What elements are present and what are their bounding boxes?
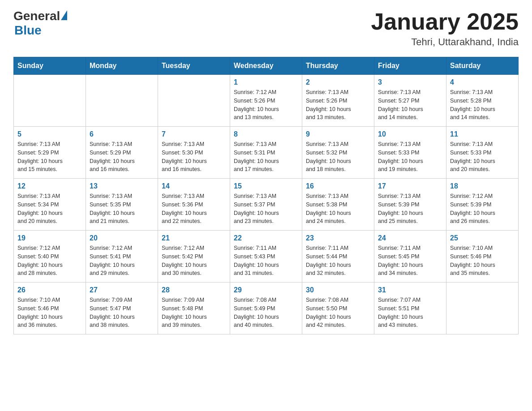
day-number: 26 [17,286,82,294]
day-number: 23 [306,234,370,242]
day-number: 15 [234,182,298,190]
calendar-week-1: 1Sunrise: 7:12 AMSunset: 5:26 PMDaylight… [14,75,519,127]
day-number: 24 [378,234,442,242]
day-number: 20 [90,234,154,242]
calendar-cell: 15Sunrise: 7:13 AMSunset: 5:37 PMDayligh… [230,179,302,231]
calendar-cell: 20Sunrise: 7:12 AMSunset: 5:41 PMDayligh… [86,231,158,283]
calendar-cell: 21Sunrise: 7:12 AMSunset: 5:42 PMDayligh… [158,231,230,283]
calendar-cell: 8Sunrise: 7:13 AMSunset: 5:31 PMDaylight… [230,127,302,179]
day-number: 3 [378,78,442,86]
calendar-cell: 23Sunrise: 7:11 AMSunset: 5:44 PMDayligh… [302,231,374,283]
day-number: 17 [378,182,442,190]
calendar-cell: 10Sunrise: 7:13 AMSunset: 5:33 PMDayligh… [374,127,446,179]
day-info: Sunrise: 7:13 AMSunset: 5:38 PMDaylight:… [306,192,370,226]
day-info: Sunrise: 7:13 AMSunset: 5:39 PMDaylight:… [378,192,442,226]
calendar-cell: 22Sunrise: 7:11 AMSunset: 5:43 PMDayligh… [230,231,302,283]
day-info: Sunrise: 7:13 AMSunset: 5:35 PMDaylight:… [90,192,154,226]
day-info: Sunrise: 7:12 AMSunset: 5:39 PMDaylight:… [450,192,515,226]
day-number: 5 [17,130,82,138]
day-number: 21 [162,234,226,242]
calendar-cell: 3Sunrise: 7:13 AMSunset: 5:27 PMDaylight… [374,75,446,127]
day-info: Sunrise: 7:13 AMSunset: 5:31 PMDaylight:… [234,140,298,174]
day-info: Sunrise: 7:10 AMSunset: 5:46 PMDaylight:… [17,296,82,330]
day-info: Sunrise: 7:09 AMSunset: 5:48 PMDaylight:… [162,296,226,330]
day-number: 10 [378,130,442,138]
day-info: Sunrise: 7:13 AMSunset: 5:37 PMDaylight:… [234,192,298,226]
day-info: Sunrise: 7:13 AMSunset: 5:26 PMDaylight:… [306,88,370,122]
day-info: Sunrise: 7:13 AMSunset: 5:30 PMDaylight:… [162,140,226,174]
day-number: 13 [90,182,154,190]
day-number: 29 [234,286,298,294]
day-number: 2 [306,78,370,86]
calendar-cell: 26Sunrise: 7:10 AMSunset: 5:46 PMDayligh… [14,283,86,334]
calendar-cell: 27Sunrise: 7:09 AMSunset: 5:47 PMDayligh… [86,283,158,334]
calendar-cell: 16Sunrise: 7:13 AMSunset: 5:38 PMDayligh… [302,179,374,231]
day-info: Sunrise: 7:12 AMSunset: 5:42 PMDaylight:… [162,244,226,278]
month-title: January 2025 [371,9,519,34]
day-info: Sunrise: 7:13 AMSunset: 5:33 PMDaylight:… [450,140,515,174]
calendar-cell: 18Sunrise: 7:12 AMSunset: 5:39 PMDayligh… [446,179,519,231]
day-info: Sunrise: 7:13 AMSunset: 5:27 PMDaylight:… [378,88,442,122]
day-number: 22 [234,234,298,242]
weekday-header-row: SundayMondayTuesdayWednesdayThursdayFrid… [14,57,519,75]
day-info: Sunrise: 7:12 AMSunset: 5:40 PMDaylight:… [17,244,82,278]
calendar-cell: 6Sunrise: 7:13 AMSunset: 5:29 PMDaylight… [86,127,158,179]
day-info: Sunrise: 7:08 AMSunset: 5:50 PMDaylight:… [306,296,370,330]
day-number: 11 [450,130,515,138]
day-info: Sunrise: 7:13 AMSunset: 5:29 PMDaylight:… [90,140,154,174]
day-info: Sunrise: 7:13 AMSunset: 5:32 PMDaylight:… [306,140,370,174]
day-number: 14 [162,182,226,190]
day-info: Sunrise: 7:07 AMSunset: 5:51 PMDaylight:… [378,296,442,330]
calendar-table: SundayMondayTuesdayWednesdayThursdayFrid… [13,57,519,334]
day-info: Sunrise: 7:13 AMSunset: 5:29 PMDaylight:… [17,140,82,174]
calendar-week-5: 26Sunrise: 7:10 AMSunset: 5:46 PMDayligh… [14,283,519,334]
day-number: 28 [162,286,226,294]
calendar-cell: 13Sunrise: 7:13 AMSunset: 5:35 PMDayligh… [86,179,158,231]
logo: General Blue [13,9,67,38]
day-info: Sunrise: 7:12 AMSunset: 5:41 PMDaylight:… [90,244,154,278]
day-info: Sunrise: 7:08 AMSunset: 5:49 PMDaylight:… [234,296,298,330]
calendar-cell: 1Sunrise: 7:12 AMSunset: 5:26 PMDaylight… [230,75,302,127]
day-info: Sunrise: 7:11 AMSunset: 5:44 PMDaylight:… [306,244,370,278]
calendar-week-2: 5Sunrise: 7:13 AMSunset: 5:29 PMDaylight… [14,127,519,179]
day-number: 19 [17,234,82,242]
day-info: Sunrise: 7:11 AMSunset: 5:43 PMDaylight:… [234,244,298,278]
title-block: January 2025 Tehri, Uttarakhand, India [371,9,519,48]
calendar-cell: 28Sunrise: 7:09 AMSunset: 5:48 PMDayligh… [158,283,230,334]
calendar-cell: 17Sunrise: 7:13 AMSunset: 5:39 PMDayligh… [374,179,446,231]
weekday-header-saturday: Saturday [446,57,519,75]
day-number: 25 [450,234,515,242]
calendar-cell: 11Sunrise: 7:13 AMSunset: 5:33 PMDayligh… [446,127,519,179]
day-number: 8 [234,130,298,138]
weekday-header-thursday: Thursday [302,57,374,75]
calendar-week-3: 12Sunrise: 7:13 AMSunset: 5:34 PMDayligh… [14,179,519,231]
day-info: Sunrise: 7:13 AMSunset: 5:36 PMDaylight:… [162,192,226,226]
day-number: 7 [162,130,226,138]
day-number: 4 [450,78,515,86]
calendar-cell: 2Sunrise: 7:13 AMSunset: 5:26 PMDaylight… [302,75,374,127]
weekday-header-friday: Friday [374,57,446,75]
calendar-cell [446,283,519,334]
calendar-cell: 24Sunrise: 7:11 AMSunset: 5:45 PMDayligh… [374,231,446,283]
calendar-cell: 29Sunrise: 7:08 AMSunset: 5:49 PMDayligh… [230,283,302,334]
day-info: Sunrise: 7:12 AMSunset: 5:26 PMDaylight:… [234,88,298,122]
page-header: General Blue January 2025 Tehri, Uttarak… [13,9,519,48]
weekday-header-tuesday: Tuesday [158,57,230,75]
calendar-cell: 4Sunrise: 7:13 AMSunset: 5:28 PMDaylight… [446,75,519,127]
calendar-cell: 30Sunrise: 7:08 AMSunset: 5:50 PMDayligh… [302,283,374,334]
calendar-cell: 5Sunrise: 7:13 AMSunset: 5:29 PMDaylight… [14,127,86,179]
day-number: 27 [90,286,154,294]
day-number: 6 [90,130,154,138]
calendar-cell: 14Sunrise: 7:13 AMSunset: 5:36 PMDayligh… [158,179,230,231]
calendar-cell: 19Sunrise: 7:12 AMSunset: 5:40 PMDayligh… [14,231,86,283]
day-number: 12 [17,182,82,190]
day-number: 9 [306,130,370,138]
day-info: Sunrise: 7:13 AMSunset: 5:34 PMDaylight:… [17,192,82,226]
day-number: 1 [234,78,298,86]
calendar-cell: 7Sunrise: 7:13 AMSunset: 5:30 PMDaylight… [158,127,230,179]
day-info: Sunrise: 7:09 AMSunset: 5:47 PMDaylight:… [90,296,154,330]
day-info: Sunrise: 7:10 AMSunset: 5:46 PMDaylight:… [450,244,515,278]
day-number: 16 [306,182,370,190]
calendar-cell: 9Sunrise: 7:13 AMSunset: 5:32 PMDaylight… [302,127,374,179]
calendar-cell [86,75,158,127]
